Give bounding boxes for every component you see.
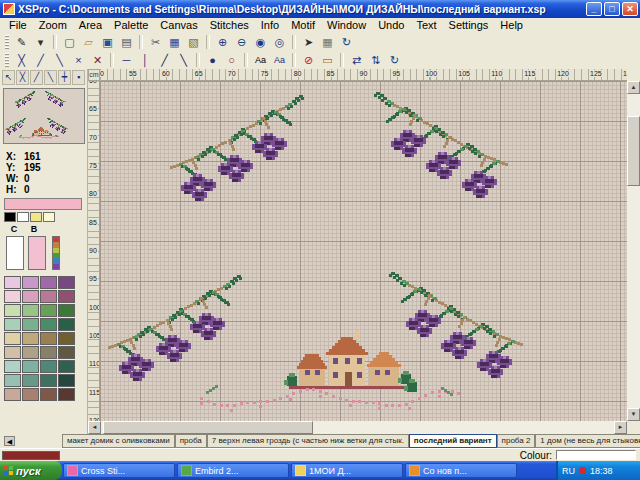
three-quarter-stitch-icon[interactable]: ✕ (88, 51, 107, 69)
thread-colour-swatch[interactable] (4, 388, 21, 401)
thread-colour-swatch[interactable] (4, 374, 21, 387)
thread-colour-swatch[interactable] (58, 388, 75, 401)
menu-item-file[interactable]: File (3, 18, 33, 33)
mirror-vertical-icon[interactable]: ⇅ (366, 51, 385, 69)
horizontal-scrollbar[interactable]: ◄ ► (88, 421, 627, 434)
thread-colour-swatch[interactable] (58, 332, 75, 345)
thread-colour-swatch[interactable] (4, 276, 21, 289)
thread-colour-swatch[interactable] (4, 360, 21, 373)
text-latin-icon[interactable]: Aa (251, 51, 270, 69)
eraser-icon[interactable]: ▭ (318, 51, 337, 69)
thread-colour-swatch[interactable] (40, 360, 57, 373)
thread-colour-swatch[interactable] (40, 346, 57, 359)
menu-item-settings[interactable]: Settings (443, 18, 495, 33)
paste-icon[interactable]: ▧ (184, 33, 203, 51)
full-stitch-icon[interactable]: ╳ (12, 51, 31, 69)
menu-item-palette[interactable]: Palette (108, 18, 154, 33)
menu-item-undo[interactable]: Undo (372, 18, 410, 33)
thread-colour-swatch[interactable] (4, 332, 21, 345)
minimize-button[interactable]: _ (586, 2, 602, 16)
menu-item-motif[interactable]: Motif (285, 18, 321, 33)
basic-colour-swatch[interactable] (43, 212, 55, 222)
thread-colour-swatch[interactable] (40, 276, 57, 289)
thread-colour-swatch[interactable] (58, 276, 75, 289)
mirror-horizontal-icon[interactable]: ⇄ (347, 51, 366, 69)
basic-colour-swatch[interactable] (30, 212, 42, 222)
backstitch-tool-icon[interactable]: ┿ (58, 70, 71, 85)
palette-scroll-left-button[interactable]: ◀ (4, 436, 15, 446)
colour-b-swatch[interactable] (28, 236, 46, 270)
basic-colour-swatch[interactable] (4, 212, 16, 222)
zoom-in-icon[interactable]: ⊕ (213, 33, 232, 51)
menu-item-canvas[interactable]: Canvas (154, 18, 203, 33)
thread-colour-swatch[interactable] (58, 360, 75, 373)
no-stitch-icon[interactable]: ⊘ (299, 51, 318, 69)
scroll-right-button[interactable]: ► (614, 421, 627, 434)
design-tab[interactable]: проба 2 (497, 434, 536, 448)
pattern-canvas[interactable] (100, 81, 627, 421)
thread-colour-swatch[interactable] (22, 346, 39, 359)
thread-colour-swatch[interactable] (22, 276, 39, 289)
print-icon[interactable]: ▤ (117, 33, 136, 51)
taskbar-task[interactable]: Embird 2... (177, 463, 289, 478)
select-arrow-icon[interactable]: ↖ (2, 70, 15, 85)
thread-colour-swatch[interactable] (58, 290, 75, 303)
menu-item-text[interactable]: Text (410, 18, 442, 33)
design-preview-thumbnail[interactable] (3, 88, 85, 144)
thread-colour-swatch[interactable] (22, 304, 39, 317)
language-indicator[interactable]: RU (562, 466, 575, 476)
scroll-up-button[interactable]: ▲ (627, 81, 640, 94)
pencil-icon[interactable]: ✎ (12, 33, 31, 51)
thread-colour-swatch[interactable] (4, 346, 21, 359)
thread-colour-swatch[interactable] (40, 374, 57, 387)
thread-colour-swatch[interactable] (22, 332, 39, 345)
taskbar-task[interactable]: Со нов п... (405, 463, 517, 478)
thread-colour-swatch[interactable] (22, 374, 39, 387)
colour-c-swatch[interactable] (6, 236, 24, 270)
maximize-button[interactable]: □ (604, 2, 620, 16)
rotate-icon[interactable]: ↻ (385, 51, 404, 69)
refresh-icon[interactable]: ↻ (337, 33, 356, 51)
thread-colour-swatch[interactable] (4, 290, 21, 303)
vertical-scrollbar[interactable]: ▲ ▼ (627, 81, 640, 421)
design-tab[interactable]: макет домик с оливковками (62, 434, 175, 448)
text-cyrillic-icon[interactable]: Аа (270, 51, 289, 69)
backstitch-diag-down-icon[interactable]: ╲ (174, 51, 193, 69)
half-stitch-back-icon[interactable]: ╲ (50, 51, 69, 69)
backstitch-horizontal-icon[interactable]: ─ (117, 51, 136, 69)
half-cross-back-icon[interactable]: ╲ (44, 70, 57, 85)
thread-colour-swatch[interactable] (40, 332, 57, 345)
thread-colour-swatch[interactable] (40, 388, 57, 401)
backstitch-vertical-icon[interactable]: │ (136, 51, 155, 69)
current-thread-swatch[interactable] (2, 451, 60, 460)
thread-colour-swatch[interactable] (22, 318, 39, 331)
thread-colour-swatch[interactable] (40, 318, 57, 331)
pencil-dropdown-icon[interactable]: ▾ (31, 33, 50, 51)
french-knot-icon[interactable]: ● (203, 51, 222, 69)
save-icon[interactable]: ▣ (98, 33, 117, 51)
scroll-down-button[interactable]: ▼ (627, 408, 640, 421)
cut-icon[interactable]: ✂ (146, 33, 165, 51)
menu-item-stitches[interactable]: Stitches (204, 18, 255, 33)
vertical-scroll-thumb[interactable] (627, 116, 640, 186)
taskbar-task[interactable]: Cross Sti... (63, 463, 175, 478)
design-tab[interactable]: последний вариант (409, 434, 497, 448)
menu-item-help[interactable]: Help (494, 18, 529, 33)
thread-colour-swatch[interactable] (58, 374, 75, 387)
zoom-out-icon[interactable]: ⊖ (232, 33, 251, 51)
thread-colour-swatch[interactable] (40, 290, 57, 303)
menu-item-area[interactable]: Area (73, 18, 108, 33)
thread-colour-swatch[interactable] (58, 346, 75, 359)
pointer-icon[interactable]: ➤ (299, 33, 318, 51)
thread-colour-swatch[interactable] (4, 318, 21, 331)
full-cross-icon[interactable]: ╳ (16, 70, 29, 85)
grid-toggle-icon[interactable]: ▦ (318, 33, 337, 51)
thread-colour-swatch[interactable] (22, 360, 39, 373)
backstitch-diag-up-icon[interactable]: ╱ (155, 51, 174, 69)
quarter-stitch-icon[interactable]: × (69, 51, 88, 69)
close-button[interactable]: ✕ (622, 2, 638, 16)
taskbar-task[interactable]: 1МОИ Д... (291, 463, 403, 478)
menu-item-window[interactable]: Window (321, 18, 372, 33)
thread-colour-swatch[interactable] (58, 304, 75, 317)
horizontal-scroll-thumb[interactable] (103, 421, 313, 434)
